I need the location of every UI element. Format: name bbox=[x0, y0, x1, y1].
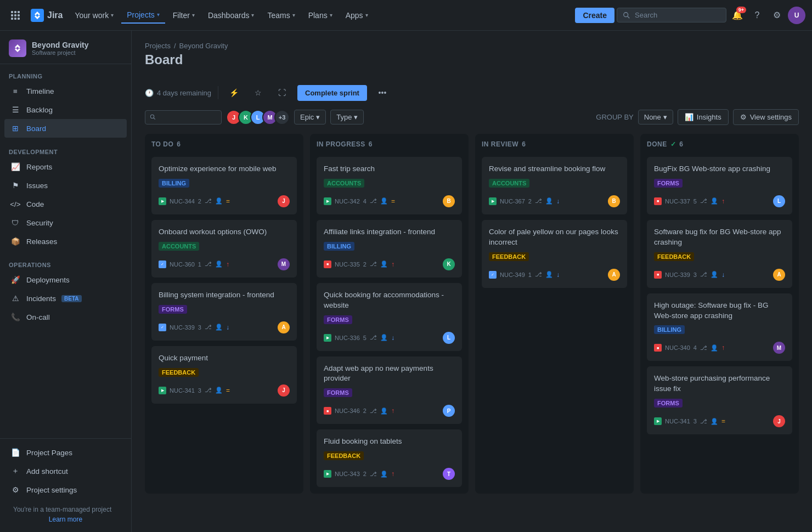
sidebar-item-reports[interactable]: 📈 Reports bbox=[4, 157, 127, 176]
user-avatar[interactable]: U bbox=[788, 7, 805, 24]
sidebar-item-incidents[interactable]: ⚠ Incidents BETA bbox=[4, 289, 127, 308]
notifications-button[interactable]: 🔔 9+ bbox=[729, 7, 746, 24]
card[interactable]: Quick payment FEEDBACK ▶ NUC-341 3 ⎇ 👤 =… bbox=[151, 346, 297, 404]
priority-icon: ↑ bbox=[721, 197, 725, 205]
breadcrumb-project-name[interactable]: Beyond Gravity bbox=[179, 42, 228, 50]
card[interactable]: Revise and streamline booking flow ACCOU… bbox=[482, 157, 627, 214]
card[interactable]: Fluid booking on tablets FEEDBACK ▶ NUC-… bbox=[317, 429, 462, 487]
card-title: Web-store purchasing performance issue f… bbox=[654, 373, 785, 394]
sidebar-item-security[interactable]: 🛡 Security bbox=[4, 213, 127, 232]
deployments-icon: 🚀 bbox=[10, 274, 21, 285]
help-button[interactable]: ? bbox=[748, 7, 766, 24]
card-assignee-avatar[interactable]: J bbox=[773, 415, 785, 427]
card-assignee-avatar[interactable]: L bbox=[443, 332, 455, 344]
branch-icon: ⎇ bbox=[535, 197, 542, 205]
insights-button[interactable]: 📊 Insights bbox=[678, 109, 729, 125]
chevron-down-icon: ▾ bbox=[111, 12, 114, 18]
search-box[interactable]: Search bbox=[617, 8, 726, 22]
column-header-inprogress: IN PROGRESS 6 bbox=[317, 140, 462, 151]
column-todo: TO DO 6 Optimize experience for mobile w… bbox=[145, 134, 303, 494]
view-settings-button[interactable]: ⚙ View settings bbox=[733, 109, 799, 125]
card-issue-id: NUC-341 bbox=[665, 418, 690, 425]
priority-icon: ↑ bbox=[391, 407, 394, 415]
nav-plans[interactable]: Plans ▾ bbox=[303, 8, 338, 23]
lightning-icon-btn[interactable]: ⚡ bbox=[225, 84, 243, 101]
column-inprogress: IN PROGRESS 6 Fast trip search ACCOUNTS … bbox=[310, 134, 469, 494]
grid-icon[interactable] bbox=[7, 7, 24, 24]
nav-dashboards[interactable]: Dashboards ▾ bbox=[202, 8, 260, 23]
type-filter-btn[interactable]: Type ▾ bbox=[330, 110, 364, 124]
card[interactable]: Adapt web app no new payments provider F… bbox=[317, 356, 462, 425]
card-assignee-avatar[interactable]: T bbox=[443, 468, 455, 480]
complete-sprint-button[interactable]: Complete sprint bbox=[297, 85, 367, 101]
card[interactable]: Fast trip search ACCOUNTS ▶ NUC-342 4 ⎇ … bbox=[317, 157, 462, 214]
sidebar-item-project-settings[interactable]: ⚙ Project settings bbox=[4, 480, 127, 499]
sidebar-item-board[interactable]: ⊞ Board bbox=[4, 119, 127, 138]
svg-rect-3 bbox=[11, 14, 13, 16]
board-search-input[interactable] bbox=[159, 114, 217, 121]
card[interactable]: Billing system integration - frontend FO… bbox=[151, 283, 297, 341]
card-assignee-avatar[interactable]: A bbox=[773, 269, 785, 281]
sidebar-item-issues[interactable]: ⚑ Issues bbox=[4, 176, 127, 195]
priority-icon: = bbox=[226, 197, 230, 205]
sidebar-item-backlog[interactable]: ☰ Backlog bbox=[4, 100, 127, 119]
issue-type-icon: ▶ bbox=[654, 417, 662, 425]
project-header[interactable]: Beyond Gravity Software project bbox=[0, 31, 131, 64]
create-button[interactable]: Create bbox=[575, 8, 614, 23]
card-assignee-avatar[interactable]: A bbox=[608, 269, 620, 281]
card-issue-id: NUC-342 bbox=[335, 198, 360, 205]
nav-teams[interactable]: Teams ▾ bbox=[262, 8, 300, 23]
card[interactable]: Affiliate links integration - frontend B… bbox=[317, 220, 462, 278]
settings-button[interactable]: ⚙ bbox=[768, 7, 786, 24]
card[interactable]: Web-store purchasing performance issue f… bbox=[647, 366, 792, 434]
nav-yourwork[interactable]: Your work ▾ bbox=[69, 8, 119, 23]
nav-filter[interactable]: Filter ▾ bbox=[167, 8, 200, 23]
star-icon-btn[interactable]: ☆ bbox=[249, 84, 267, 101]
card-assignee-avatar[interactable]: M bbox=[773, 342, 785, 354]
breadcrumb-projects[interactable]: Projects bbox=[145, 42, 171, 50]
card-assignee-avatar[interactable]: J bbox=[278, 195, 290, 207]
board-search[interactable] bbox=[145, 110, 222, 124]
search-placeholder: Search bbox=[635, 11, 657, 19]
card-assignee-avatar[interactable]: B bbox=[443, 195, 455, 207]
jira-logo[interactable]: Jira bbox=[26, 9, 67, 22]
sidebar-item-code[interactable]: </> Code bbox=[4, 195, 127, 213]
column-title: IN PROGRESS bbox=[317, 140, 365, 148]
epic-filter-btn[interactable]: Epic ▾ bbox=[294, 110, 326, 124]
nav-apps[interactable]: Apps ▾ bbox=[340, 8, 374, 23]
branch-icon: ⎇ bbox=[370, 261, 377, 268]
card-assignee-avatar[interactable]: L bbox=[773, 195, 785, 207]
card-assignee-avatar[interactable]: M bbox=[278, 258, 290, 270]
card-assignee-avatar[interactable]: A bbox=[278, 321, 290, 333]
priority-icon: = bbox=[721, 417, 725, 425]
card[interactable]: Color of pale yellow on our pages looks … bbox=[482, 220, 627, 288]
sidebar-item-add-shortcut[interactable]: ＋ Add shortcut bbox=[4, 462, 127, 480]
nav-projects[interactable]: Projects ▾ bbox=[121, 7, 165, 24]
sidebar-item-deployments[interactable]: 🚀 Deployments bbox=[4, 270, 127, 289]
card[interactable]: Optimize experience for mobile web BILLI… bbox=[151, 157, 297, 214]
priority-icon: = bbox=[226, 387, 230, 394]
card-num: 2 bbox=[528, 198, 532, 205]
card[interactable]: Quick booking for accommodations - websi… bbox=[317, 283, 462, 351]
card[interactable]: Software bug fix for BG Web-store app cr… bbox=[647, 220, 792, 288]
card[interactable]: Onboard workout options (OWO) ACCOUNTS ✓… bbox=[151, 220, 297, 278]
sidebar-item-oncall[interactable]: 📞 On-call bbox=[4, 308, 127, 326]
column-done: DONE ✓ 6 BugFix BG Web-store app crashin… bbox=[640, 134, 799, 494]
learn-more-link[interactable]: Learn more bbox=[4, 516, 127, 528]
more-options-btn[interactable]: ••• bbox=[374, 84, 391, 101]
sidebar-item-timeline[interactable]: ≡ Timeline bbox=[4, 82, 127, 100]
avatar-more[interactable]: +3 bbox=[274, 110, 290, 125]
card-assignee-avatar[interactable]: K bbox=[443, 258, 455, 270]
card-assignee-avatar[interactable]: P bbox=[443, 405, 455, 417]
issue-type-icon: ▶ bbox=[159, 387, 166, 394]
sidebar-item-project-pages[interactable]: 📄 Project Pages bbox=[4, 443, 127, 462]
card[interactable]: BugFix BG Web-store app crashing FORMS ■… bbox=[647, 157, 792, 214]
group-by-select[interactable]: None ▾ bbox=[638, 110, 673, 124]
expand-icon-btn[interactable]: ⛶ bbox=[273, 84, 291, 101]
sidebar-item-releases[interactable]: 📦 Releases bbox=[4, 232, 127, 251]
card-assignee-avatar[interactable]: J bbox=[278, 384, 290, 397]
card-assignee-avatar[interactable]: B bbox=[608, 195, 620, 207]
person-icon: 👤 bbox=[545, 271, 553, 278]
card[interactable]: High outage: Software bug fix - BG Web-s… bbox=[647, 293, 792, 361]
ops-label: OPERATIONS bbox=[4, 259, 127, 270]
